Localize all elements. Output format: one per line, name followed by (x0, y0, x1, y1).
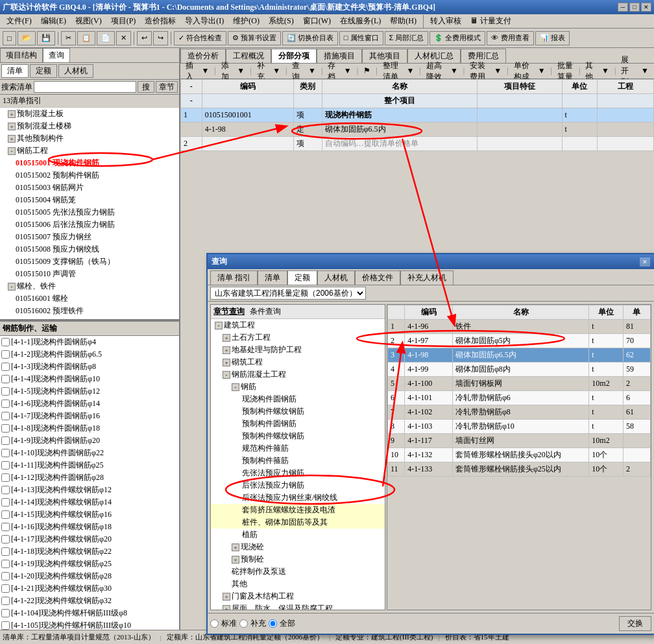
tree-item-bolts[interactable]: - 螺栓、铁件 (0, 280, 179, 292)
table-row[interactable]: 11 4-1-133 套筒锥形螺栓钢筋接头φ25以内 10个 2 (388, 462, 651, 477)
left-tree[interactable]: + 预制混凝土板 + 预制混凝土楼梯 + 其他预制构件 - 钢筋工程 (0, 108, 179, 319)
dialog-tab-list[interactable]: 清单 (258, 270, 287, 285)
list-item[interactable]: [4-1-10]现浇构件圆钢筋φ22 (0, 447, 179, 459)
table-row[interactable]: 5 4-1-100 墙面钉钢板网 10m2 2 (388, 377, 651, 391)
table-row[interactable]: 10 4-1-132 套筒锥形螺栓钢筋接头φ20以内 10个 (388, 448, 651, 462)
expand-icon[interactable]: + (8, 110, 16, 118)
menu-view[interactable]: 视图(V) (71, 15, 106, 27)
dialog-tab-list-guide[interactable]: 清单 指引 (210, 270, 258, 285)
expand-icon[interactable]: - (215, 322, 223, 329)
redo-btn[interactable]: ↪ (153, 31, 168, 45)
expand-icon[interactable]: + (8, 123, 16, 130)
list-item[interactable]: [4-1-105]现浇构件螺杆钢筋III级φ10 (0, 619, 179, 630)
tab-measures[interactable]: 措施项目 (317, 49, 362, 63)
tree-item-010515006[interactable]: 010515006 后张法预应力钢筋 (0, 219, 179, 231)
list-item[interactable]: [4-1-13]现浇构件螺纹钢筋φ12 (0, 484, 179, 496)
tree-item[interactable]: + 其他预制构件 (0, 132, 179, 145)
tree-item-010516002[interactable]: 010516002 预埋铁件 (0, 305, 179, 317)
tree-item-010516001[interactable]: 010516001 螺栓 (0, 292, 179, 305)
list-item[interactable]: [4-1-1]现浇构件圆钢筋φ4 (0, 336, 179, 348)
open-btn[interactable]: 📂 (18, 31, 36, 45)
tree-item[interactable]: + 预制混凝土板 (0, 108, 179, 120)
organize-dropdown[interactable]: ▼ (404, 66, 417, 76)
chapter-button[interactable]: 章节 (156, 81, 178, 93)
expand-icon[interactable]: + (223, 346, 230, 354)
list-item[interactable]: [4-1-7]现浇构件圆钢筋φ16 (0, 410, 179, 422)
table-row[interactable]: 1 4-1-96 铁件 t 81 (388, 320, 651, 334)
tree-item-plant[interactable]: 植筋 (211, 529, 385, 541)
tree-item-precast-concrete[interactable]: + 预制砼 (211, 553, 385, 566)
tree-item-010515002[interactable]: 010515002 预制构件钢筋 (0, 169, 179, 182)
tree-item-doors[interactable]: + 门窗及木结构工程 (211, 590, 385, 602)
table-row[interactable]: 1 010515001001 项 现浇构件钢筋 t (181, 108, 654, 123)
tree-item-cast-round[interactable]: 现浇构件圆钢筋 (211, 393, 385, 405)
tree-item-earth[interactable]: + 土石方工程 (211, 331, 385, 344)
menu-system[interactable]: 系统(S) (265, 15, 298, 27)
checkbox[interactable] (1, 400, 10, 408)
menu-cost-index[interactable]: 造价指标 (141, 15, 180, 27)
search-button[interactable]: 搜 (138, 81, 154, 93)
partial-summary-btn[interactable]: Σ 局部汇总 (385, 31, 429, 45)
save-btn[interactable]: 💾 (37, 31, 55, 45)
checkbox[interactable] (1, 535, 10, 543)
checkbox[interactable] (1, 387, 10, 396)
install-dropdown[interactable]: ▼ (491, 66, 504, 76)
flag-icon[interactable]: ⚑ (361, 66, 373, 76)
table-row[interactable]: 7 4-1-102 冷轧带肋钢筋φ8 t 61 (388, 405, 651, 420)
expand-icon[interactable]: - (8, 147, 16, 155)
table-row[interactable]: 2 4-1-97 砌体加固筋φ5内 t 70 (388, 334, 651, 348)
budget-settings-btn[interactable]: ⚙ 预算书设置 (228, 31, 281, 45)
tree-item-other-concrete[interactable]: 其他 (211, 578, 385, 590)
properties-btn[interactable]: □ 属性窗口 (339, 31, 383, 45)
dialog-tree[interactable]: - 建筑工程 + 土石方工程 + 地基处理与防护工程 + 砌筑工程 (211, 319, 385, 610)
exchange-button[interactable]: 交换 (619, 616, 651, 631)
list-item[interactable]: [4-1-2]现浇构件圆钢筋φ6.5 (0, 348, 179, 361)
tree-item-rebar[interactable]: - 钢筋 (211, 381, 385, 393)
expand-icon[interactable]: + (232, 556, 239, 564)
radio-supplement[interactable] (239, 619, 248, 628)
list-item[interactable]: [4-1-12]现浇构件圆钢筋φ28 (0, 471, 179, 484)
expand-icon[interactable]: + (223, 334, 230, 342)
cut-btn[interactable]: ✂ (61, 31, 76, 45)
tree-item-precast-spiral2[interactable]: 预制构件螺纹钢筋 (211, 430, 385, 442)
height-dropdown[interactable]: ▼ (448, 66, 461, 76)
tree-item-precast-round[interactable]: 预制构件圆钢筋 (211, 418, 385, 430)
sub-tab-material[interactable]: 人材机 (58, 64, 93, 78)
list-item[interactable]: [4-1-20]现浇构件螺纹钢筋φ28 (0, 570, 179, 582)
checkbox[interactable] (1, 436, 10, 445)
menu-project[interactable]: 项目(P) (107, 15, 140, 27)
expand-icon[interactable]: + (223, 359, 230, 366)
menu-measure[interactable]: 🖩 计量支付 (466, 15, 515, 27)
list-item[interactable]: [4-1-14]现浇构件螺纹钢筋φ14 (0, 496, 179, 508)
copy-btn[interactable]: 📋 (77, 31, 95, 45)
expand-icon[interactable]: - (232, 383, 239, 391)
insert-dropdown[interactable]: ▼ (199, 66, 212, 76)
tree-item-cast-stirrup[interactable]: 规范构件箍筋 (211, 442, 385, 455)
list-item[interactable]: [4-1-11]现浇构件圆钢筋φ25 (0, 459, 179, 471)
menu-import-export[interactable]: 导入导出(I) (181, 15, 228, 27)
switch-price-btn[interactable]: 🔄 切换价目表 (282, 31, 338, 45)
tree-item-010515005[interactable]: 010515005 先张法预应力钢筋 (0, 206, 179, 219)
checkbox[interactable] (1, 350, 10, 359)
menu-review[interactable]: 转入审核 (426, 15, 465, 27)
tree-item-concrete-mix[interactable]: 砣拌制作及泵送 (211, 566, 385, 578)
list-item[interactable]: [4-1-17]现浇构件螺纹钢筋φ20 (0, 533, 179, 545)
list-item[interactable]: [4-1-104]现浇构件螺杆钢筋III级φ8 (0, 607, 179, 619)
table-row[interactable]: 8 4-1-103 冷轧带肋钢筋φ10 t 58 (388, 420, 651, 434)
list-item[interactable]: [4-1-6]现浇构件圆钢筋φ14 (0, 398, 179, 410)
expand-icon[interactable]: - (223, 371, 230, 379)
full-cost-btn[interactable]: 💲 全费用模式 (430, 31, 485, 45)
checkbox[interactable] (1, 424, 10, 433)
radio-standard[interactable] (210, 619, 219, 628)
tree-item-concrete[interactable]: - 钢筋混凝土工程 (211, 368, 385, 381)
unit-dropdown[interactable]: ▼ (535, 66, 548, 76)
sub-tab-quota[interactable]: 定额 (30, 64, 57, 78)
radio-all[interactable] (269, 619, 277, 628)
minimize-btn[interactable]: ─ (618, 3, 628, 12)
dialog-tab-material[interactable]: 人材机 (317, 270, 355, 285)
tree-item[interactable]: - 钢筋工程 (0, 145, 179, 157)
list-item[interactable]: [4-1-5]现浇构件圆钢筋φ12 (0, 385, 179, 398)
menu-maintain[interactable]: 维护(O) (229, 15, 263, 27)
tree-item-posttension[interactable]: 后张法预应力钢筋 (211, 479, 385, 492)
dialog-tab-supplement[interactable]: 补充人材机 (400, 270, 454, 285)
